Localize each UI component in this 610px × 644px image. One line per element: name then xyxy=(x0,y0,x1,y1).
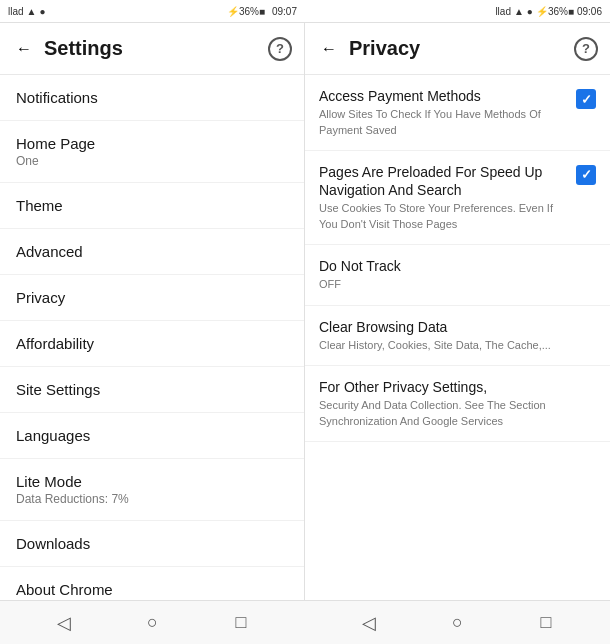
left-home-nav-icon: ○ xyxy=(147,612,158,633)
panels: ← Settings ? NotificationsHome PageOneTh… xyxy=(0,22,610,600)
left-battery: ⚡36%■ xyxy=(227,6,265,17)
settings-item-subtitle-1: One xyxy=(16,154,288,168)
right-time: 09:06 xyxy=(577,6,602,17)
settings-list: NotificationsHome PageOneThemeAdvancedPr… xyxy=(0,75,304,600)
privacy-item-3[interactable]: Clear Browsing DataClear History, Cookie… xyxy=(305,306,610,367)
right-signal-icon: ▲ xyxy=(514,6,524,17)
settings-item-subtitle-8: Data Reductions: 7% xyxy=(16,492,288,506)
left-help-button[interactable]: ? xyxy=(268,37,292,61)
left-time: 09:07 xyxy=(272,6,297,17)
left-back-button[interactable]: ← xyxy=(12,37,36,61)
settings-item-title-7: Languages xyxy=(16,427,288,444)
left-back-nav-button[interactable]: ◁ xyxy=(48,607,80,639)
right-battery: ⚡36%■ xyxy=(536,6,574,17)
settings-item-title-0: Notifications xyxy=(16,89,288,106)
privacy-list: Access Payment MethodsAllow Sites To Che… xyxy=(305,75,610,600)
nav-bar: ◁ ○ □ ◁ ○ □ xyxy=(0,600,610,644)
privacy-item-1[interactable]: Pages Are Preloaded For Speed Up Navigat… xyxy=(305,151,610,245)
settings-item-5[interactable]: Affordability xyxy=(0,321,304,367)
settings-item-7[interactable]: Languages xyxy=(0,413,304,459)
privacy-item-subtitle-4: Security And Data Collection. See The Se… xyxy=(319,398,596,429)
settings-item-0[interactable]: Notifications xyxy=(0,75,304,121)
privacy-item-2[interactable]: Do Not TrackOFF xyxy=(305,245,610,306)
settings-item-title-9: Downloads xyxy=(16,535,288,552)
privacy-item-subtitle-1: Use Cookies To Store Your Preferences. E… xyxy=(319,201,568,232)
right-recent-nav-button[interactable]: □ xyxy=(530,607,562,639)
settings-item-8[interactable]: Lite ModeData Reductions: 7% xyxy=(0,459,304,521)
privacy-item-subtitle-0: Allow Sites To Check If You Have Methods… xyxy=(319,107,568,138)
settings-item-title-5: Affordability xyxy=(16,335,288,352)
left-help-icon: ? xyxy=(276,41,284,56)
privacy-item-title-4: For Other Privacy Settings, xyxy=(319,378,596,396)
right-home-nav-icon: ○ xyxy=(452,612,463,633)
settings-item-10[interactable]: About Chrome xyxy=(0,567,304,600)
left-recent-nav-icon: □ xyxy=(235,612,246,633)
settings-item-6[interactable]: Site Settings xyxy=(0,367,304,413)
status-bar-left: llad ▲ ● ⚡36%■ 09:07 xyxy=(0,0,305,22)
right-help-icon: ? xyxy=(582,41,590,56)
status-bar: llad ▲ ● ⚡36%■ 09:07 llad ▲ ● ⚡36%■ 09:0… xyxy=(0,0,610,22)
right-nav-half: ◁ ○ □ xyxy=(305,601,610,644)
right-carrier: llad xyxy=(495,6,511,17)
settings-item-title-10: About Chrome xyxy=(16,581,288,598)
right-back-nav-button[interactable]: ◁ xyxy=(353,607,385,639)
left-panel-title: Settings xyxy=(44,37,268,60)
left-home-nav-button[interactable]: ○ xyxy=(136,607,168,639)
privacy-item-checkbox-0[interactable] xyxy=(576,89,596,109)
right-wifi-icon: ● xyxy=(527,6,533,17)
privacy-item-text-2: Do Not TrackOFF xyxy=(319,257,596,293)
left-panel: ← Settings ? NotificationsHome PageOneTh… xyxy=(0,23,305,600)
left-back-icon: ← xyxy=(16,40,32,58)
right-back-icon: ← xyxy=(321,40,337,58)
privacy-item-text-0: Access Payment MethodsAllow Sites To Che… xyxy=(319,87,568,138)
privacy-item-0[interactable]: Access Payment MethodsAllow Sites To Che… xyxy=(305,75,610,151)
settings-item-title-2: Theme xyxy=(16,197,288,214)
settings-item-title-4: Privacy xyxy=(16,289,288,306)
settings-item-9[interactable]: Downloads xyxy=(0,521,304,567)
settings-item-1[interactable]: Home PageOne xyxy=(0,121,304,183)
right-panel-title: Privacy xyxy=(349,37,574,60)
right-panel: ← Privacy ? Access Payment MethodsAllow … xyxy=(305,23,610,600)
left-wifi-icon: ● xyxy=(39,6,45,17)
privacy-item-title-1: Pages Are Preloaded For Speed Up Navigat… xyxy=(319,163,568,199)
right-recent-nav-icon: □ xyxy=(540,612,551,633)
left-panel-header: ← Settings ? xyxy=(0,23,304,75)
settings-item-title-6: Site Settings xyxy=(16,381,288,398)
settings-item-title-8: Lite Mode xyxy=(16,473,288,490)
left-recent-nav-button[interactable]: □ xyxy=(225,607,257,639)
settings-item-4[interactable]: Privacy xyxy=(0,275,304,321)
settings-item-3[interactable]: Advanced xyxy=(0,229,304,275)
privacy-item-text-3: Clear Browsing DataClear History, Cookie… xyxy=(319,318,596,354)
left-signal-icon: ▲ xyxy=(27,6,37,17)
privacy-item-text-1: Pages Are Preloaded For Speed Up Navigat… xyxy=(319,163,568,232)
privacy-item-title-2: Do Not Track xyxy=(319,257,596,275)
privacy-item-title-3: Clear Browsing Data xyxy=(319,318,596,336)
right-back-nav-icon: ◁ xyxy=(362,612,376,634)
right-back-button[interactable]: ← xyxy=(317,37,341,61)
privacy-item-subtitle-2: OFF xyxy=(319,277,596,292)
right-panel-header: ← Privacy ? xyxy=(305,23,610,75)
privacy-item-subtitle-3: Clear History, Cookies, Site Data, The C… xyxy=(319,338,596,353)
settings-item-title-1: Home Page xyxy=(16,135,288,152)
left-carrier: llad xyxy=(8,6,24,17)
privacy-item-4[interactable]: For Other Privacy Settings,Security And … xyxy=(305,366,610,442)
right-help-button[interactable]: ? xyxy=(574,37,598,61)
privacy-item-checkbox-1[interactable] xyxy=(576,165,596,185)
privacy-item-title-0: Access Payment Methods xyxy=(319,87,568,105)
status-bar-right: llad ▲ ● ⚡36%■ 09:06 xyxy=(305,0,610,22)
left-back-nav-icon: ◁ xyxy=(57,612,71,634)
privacy-item-text-4: For Other Privacy Settings,Security And … xyxy=(319,378,596,429)
settings-item-title-3: Advanced xyxy=(16,243,288,260)
left-nav-half: ◁ ○ □ xyxy=(0,601,305,644)
right-home-nav-button[interactable]: ○ xyxy=(441,607,473,639)
settings-item-2[interactable]: Theme xyxy=(0,183,304,229)
